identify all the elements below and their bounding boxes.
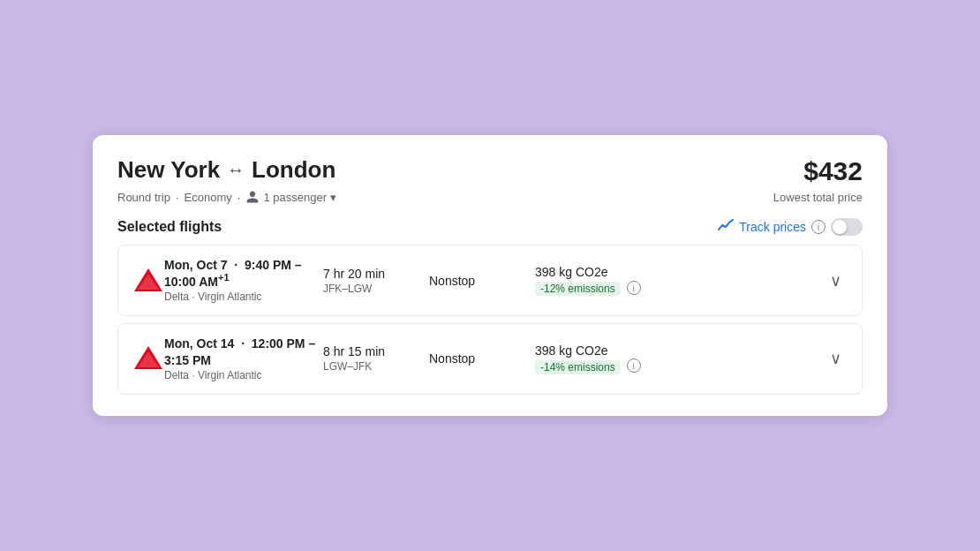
card-header: New York ↔ London $432 bbox=[117, 156, 863, 186]
flight-2-airline: Delta · Virgin Atlantic bbox=[164, 369, 323, 381]
flight-2-emissions: 398 kg CO2e -14% emissions i bbox=[535, 343, 823, 374]
passenger-count: 1 passenger bbox=[263, 191, 327, 204]
flight-2-time: Mon, Oct 14 · 12:00 PM – 3:15 PM bbox=[164, 336, 323, 367]
flight-2-emissions-info: -14% emissions i bbox=[535, 358, 641, 374]
flight-card: New York ↔ London $432 Round trip · Econ… bbox=[93, 135, 887, 415]
destination-city: London bbox=[252, 156, 335, 184]
flight-2-stops: Nonstop bbox=[429, 351, 535, 366]
lowest-price-label: Lowest total price bbox=[773, 191, 863, 204]
flight-row: Mon, Oct 7 · 9:40 PM – 10:00 AM+1 Delta … bbox=[117, 245, 863, 316]
passenger-selector[interactable]: 1 passenger ▾ bbox=[245, 190, 336, 204]
airline-logo-2 bbox=[132, 343, 164, 374]
flight-2-info: Mon, Oct 14 · 12:00 PM – 3:15 PM Delta ·… bbox=[164, 336, 323, 381]
flight-1-stops: Nonstop bbox=[429, 274, 535, 288]
total-price: $432 bbox=[803, 156, 863, 186]
flight-1-info: Mon, Oct 7 · 9:40 PM – 10:00 AM+1 Delta … bbox=[164, 258, 323, 303]
chevron-down-icon-1: ∨ bbox=[830, 271, 841, 291]
track-prices-text[interactable]: Track prices bbox=[739, 220, 806, 234]
card-subheader: Round trip · Economy · 1 passenger ▾ Low… bbox=[117, 190, 863, 204]
chevron-down-icon-2: ∨ bbox=[830, 349, 841, 368]
airline-logo-1 bbox=[132, 265, 164, 297]
dot-separator-2: · bbox=[237, 191, 241, 204]
flight-1-duration: 7 hr 20 min JFK–LGW bbox=[323, 267, 429, 295]
cabin-class: Economy bbox=[185, 191, 232, 204]
toggle-knob bbox=[833, 220, 847, 234]
flight-1-emissions-info: -12% emissions i bbox=[535, 279, 641, 296]
trip-type: Round trip bbox=[117, 191, 170, 204]
selected-flights-label: Selected flights bbox=[117, 219, 222, 235]
flight-1-airline: Delta · Virgin Atlantic bbox=[164, 291, 323, 303]
track-prices-info-icon[interactable]: i bbox=[811, 220, 825, 234]
passenger-dropdown-icon: ▾ bbox=[330, 191, 336, 204]
flight-1-time: Mon, Oct 7 · 9:40 PM – 10:00 AM+1 bbox=[164, 258, 323, 289]
dot-separator-1: · bbox=[176, 191, 179, 204]
flight-row: Mon, Oct 14 · 12:00 PM – 3:15 PM Delta ·… bbox=[117, 323, 863, 395]
track-prices-trend-icon bbox=[718, 219, 734, 235]
trend-icon bbox=[718, 219, 734, 231]
section-header: Selected flights Track prices i bbox=[117, 218, 863, 236]
emissions-badge-1: -12% emissions bbox=[535, 282, 621, 296]
trip-meta: Round trip · Economy · 1 passenger ▾ bbox=[117, 190, 336, 204]
flight-2-duration: 8 hr 15 min LGW–JFK bbox=[323, 344, 429, 373]
flight-1-emissions: 398 kg CO2e -12% emissions i bbox=[535, 265, 823, 296]
flight-list: Mon, Oct 7 · 9:40 PM – 10:00 AM+1 Delta … bbox=[117, 245, 863, 394]
track-prices-area: Track prices i bbox=[718, 218, 863, 236]
emissions-info-icon-2[interactable]: i bbox=[627, 359, 641, 373]
emissions-badge-2: -14% emissions bbox=[535, 360, 621, 374]
expand-flight-2-button[interactable]: ∨ bbox=[823, 346, 848, 371]
passenger-icon bbox=[245, 190, 260, 204]
track-prices-toggle[interactable] bbox=[831, 218, 863, 236]
expand-flight-1-button[interactable]: ∨ bbox=[823, 268, 848, 293]
route-title: New York ↔ London bbox=[117, 156, 335, 184]
route-arrow-icon: ↔ bbox=[227, 160, 245, 180]
emissions-info-icon-1[interactable]: i bbox=[627, 281, 641, 295]
origin-city: New York bbox=[117, 156, 220, 184]
